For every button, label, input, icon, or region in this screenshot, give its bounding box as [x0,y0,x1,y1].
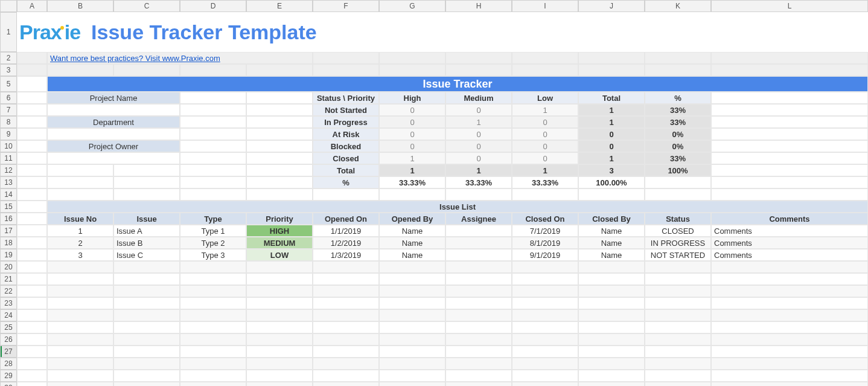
issue-opened-by[interactable]: Name [379,225,445,237]
grey-cell[interactable] [113,64,180,76]
cell[interactable] [246,140,313,152]
empty-list-cell[interactable] [180,333,246,346]
empty-list-cell[interactable] [180,382,246,386]
issue-no[interactable]: 3 [47,249,113,261]
row-header-2[interactable]: 2 [0,52,17,64]
empty-list-cell[interactable] [578,370,645,382]
issue-assignee[interactable] [445,249,512,261]
grey-cell[interactable] [379,64,445,76]
summary-pct-cell[interactable]: 33.33% [512,176,578,188]
empty-list-cell[interactable] [113,297,180,309]
cell[interactable] [180,152,246,164]
empty-list-cell[interactable] [246,370,313,382]
empty-list-cell[interactable] [313,346,379,358]
empty-list-cell[interactable] [246,261,313,273]
summary-total[interactable]: 0 [578,140,645,152]
summary-total-cell[interactable]: 1 [512,164,578,176]
cell[interactable] [445,188,512,201]
row-header-19[interactable]: 19 [0,249,17,261]
summary-grand-pct[interactable]: 100% [645,164,711,176]
empty-list-cell[interactable] [313,309,379,321]
empty-list-cell[interactable] [379,346,445,358]
summary-pct[interactable]: 33% [645,104,711,116]
issue-type[interactable]: Type 3 [180,249,246,261]
empty-list-cell[interactable] [47,321,113,333]
empty-list-cell[interactable] [246,333,313,346]
grey-cell[interactable] [313,64,379,76]
col-header-L[interactable]: L [711,0,868,12]
issue-priority[interactable]: HIGH [246,225,313,237]
empty-list-cell[interactable] [578,297,645,309]
issue-list-header[interactable]: Priority [246,213,313,225]
summary-cell[interactable]: 0 [379,104,445,116]
empty-list-cell[interactable] [246,358,313,370]
empty-list-cell[interactable] [180,285,246,297]
empty-list-cell[interactable] [445,273,512,285]
grey-cell[interactable] [645,64,711,76]
issue-no[interactable]: 2 [47,237,113,249]
summary-cell[interactable]: 0 [445,140,512,152]
issue-list-header[interactable]: Type [180,213,246,225]
row-header-25[interactable]: 25 [0,321,17,333]
cell[interactable] [711,140,868,152]
cell[interactable] [17,76,47,92]
cell[interactable] [17,237,47,249]
row-header-15[interactable]: 15 [0,201,17,213]
row-header-11[interactable]: 11 [0,152,17,164]
empty-list-cell[interactable] [47,261,113,273]
empty-list-cell[interactable] [379,261,445,273]
empty-list-cell[interactable] [645,333,711,346]
issue-list-title[interactable]: Issue List [47,201,868,213]
cell[interactable] [17,152,47,164]
grey-cell[interactable] [180,64,246,76]
issue-status[interactable]: CLOSED [645,225,711,237]
empty-list-cell[interactable] [645,370,711,382]
empty-list-cell[interactable] [578,309,645,321]
grey-cell[interactable] [512,64,578,76]
summary-row-label[interactable]: Blocked [313,140,379,152]
summary-cell[interactable]: 0 [512,140,578,152]
col-header-H[interactable]: H [445,0,512,12]
issue-opened-on[interactable]: 1/1/2019 [313,225,379,237]
empty-list-cell[interactable] [379,358,445,370]
empty-list-cell[interactable] [379,333,445,346]
cell[interactable] [17,249,47,261]
grey-cell[interactable] [17,64,47,76]
cell[interactable] [711,92,868,104]
summary-cell[interactable]: 0 [445,128,512,140]
issue-list-header[interactable]: Opened On [313,213,379,225]
empty-list-cell[interactable] [512,321,578,333]
grey-cell[interactable] [578,52,645,64]
summary-total[interactable]: 1 [578,104,645,116]
empty-list-cell[interactable] [512,297,578,309]
cell[interactable] [47,164,113,176]
issue-closed-on[interactable]: 9/1/2019 [512,249,578,261]
cell[interactable] [17,176,47,188]
empty-list-cell[interactable] [313,358,379,370]
cell[interactable] [17,201,47,213]
row-header-1[interactable]: 1 [0,12,17,52]
row-header-22[interactable]: 22 [0,285,17,297]
empty-list-cell[interactable] [180,261,246,273]
row-header-24[interactable]: 24 [0,309,17,321]
empty-list-cell[interactable] [645,358,711,370]
row-header-29[interactable]: 29 [0,370,17,382]
empty-list-cell[interactable] [645,261,711,273]
summary-row-label[interactable]: At Risk [313,128,379,140]
empty-list-cell[interactable] [445,333,512,346]
issue-opened-on[interactable]: 1/3/2019 [313,249,379,261]
empty-list-cell[interactable] [180,358,246,370]
grey-cell[interactable] [313,52,379,64]
cell[interactable] [17,321,47,333]
empty-list-cell[interactable] [47,273,113,285]
empty-list-cell[interactable] [711,273,868,285]
grey-cell[interactable] [445,52,512,64]
summary-cell[interactable]: 0 [379,140,445,152]
row-header-16[interactable]: 16 [0,213,17,225]
empty-list-cell[interactable] [711,333,868,346]
empty-list-cell[interactable] [113,346,180,358]
cell[interactable] [180,116,246,128]
col-header-A[interactable]: A [17,0,47,12]
empty-list-cell[interactable] [578,358,645,370]
issue-list-header[interactable]: Assignee [445,213,512,225]
